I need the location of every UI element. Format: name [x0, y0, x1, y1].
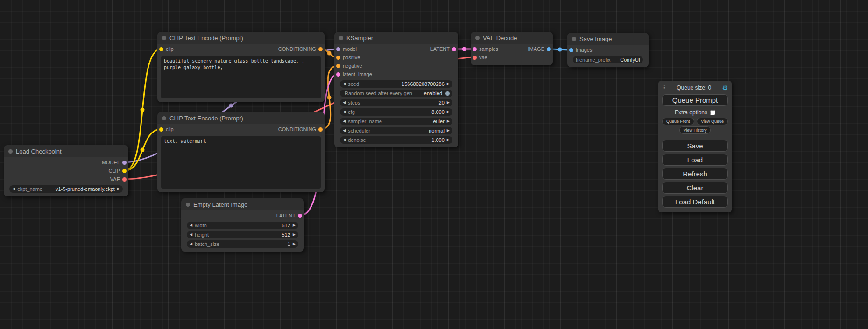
load-default-button[interactable]: Load Default [662, 196, 728, 208]
node-status-dot[interactable] [572, 37, 576, 41]
negative-prompt-textarea[interactable]: text, watermark [161, 136, 321, 189]
node-ksampler[interactable]: KSampler model LATENT positive negative [334, 32, 458, 147]
node-clip-text-encode-positive[interactable]: CLIP Text Encode (Prompt) clip CONDITION… [157, 32, 325, 102]
conditioning-output-slot[interactable] [318, 127, 323, 132]
queue-front-button[interactable]: Queue Front [662, 118, 694, 125]
filename-prefix-widget[interactable]: filename_prefix ComfyUI [573, 56, 643, 63]
negative-input-slot[interactable] [336, 64, 340, 68]
toggle-knob[interactable] [445, 91, 450, 96]
link-midpoint-dot [229, 104, 233, 108]
widget-value: 20 [439, 100, 445, 105]
sampler-name-widget[interactable]: ◀ sampler_name euler ▶ [340, 118, 452, 125]
increment-arrow-icon[interactable]: ▶ [447, 99, 450, 106]
node-title-bar[interactable]: Empty Latent Image [181, 198, 304, 210]
decrement-arrow-icon[interactable]: ◀ [343, 127, 346, 134]
node-title-bar[interactable]: Load Checkpoint [4, 145, 128, 157]
node-vae-decode[interactable]: VAE Decode samples IMAGE vae [471, 32, 553, 65]
view-history-button[interactable]: View History [679, 126, 711, 134]
node-title: Empty Latent Image [193, 201, 247, 208]
latent-image-input-label: latent_image [343, 71, 372, 77]
latent-output-slot[interactable] [298, 214, 302, 218]
widget-label: width [195, 223, 207, 228]
increment-arrow-icon[interactable]: ▶ [447, 127, 450, 134]
node-title-bar[interactable]: CLIP Text Encode (Prompt) [157, 32, 325, 44]
batch-size-widget[interactable]: ◀ batch_size 1 ▶ [187, 240, 298, 248]
model-input-slot[interactable] [336, 47, 340, 51]
clear-button[interactable]: Clear [662, 182, 728, 194]
increment-arrow-icon[interactable]: ▶ [293, 231, 296, 238]
random-seed-toggle-widget[interactable]: Random seed after every gen enabled [340, 90, 452, 97]
clip-input-slot[interactable] [159, 47, 163, 51]
samples-input-slot[interactable] [473, 47, 477, 51]
clip-output-slot[interactable] [122, 169, 127, 173]
image-output-label: IMAGE [528, 46, 544, 52]
height-widget[interactable]: ◀ height 512 ▶ [187, 231, 298, 238]
queue-prompt-button[interactable]: Queue Prompt [662, 94, 728, 106]
increment-arrow-icon[interactable]: ▶ [447, 80, 450, 88]
node-status-dot[interactable] [339, 36, 343, 40]
increment-arrow-icon[interactable]: ▶ [447, 118, 450, 125]
view-queue-button[interactable]: View Queue [697, 118, 728, 125]
increment-arrow-icon[interactable]: ▶ [447, 136, 450, 144]
load-button[interactable]: Load [662, 154, 728, 166]
decrement-arrow-icon[interactable]: ◀ [343, 80, 346, 88]
link-midpoint-dot [462, 47, 466, 51]
node-title-bar[interactable]: KSampler [334, 32, 458, 44]
decrement-arrow-icon[interactable]: ◀ [343, 118, 346, 125]
latent-image-input-slot[interactable] [336, 72, 340, 77]
widget-value: 8.000 [431, 109, 445, 115]
latent-output-slot[interactable] [452, 47, 456, 51]
increment-arrow-icon[interactable]: ▶ [117, 185, 120, 193]
denoise-widget[interactable]: ◀ denoise 1.000 ▶ [340, 136, 452, 144]
increment-arrow-icon[interactable]: ▶ [447, 108, 450, 116]
clip-input-slot[interactable] [159, 127, 163, 132]
decrement-arrow-icon[interactable]: ◀ [12, 185, 15, 193]
menu-drag-handle-icon[interactable]: ⠿ [662, 85, 666, 91]
width-widget[interactable]: ◀ width 512 ▶ [187, 222, 298, 229]
conditioning-output-slot[interactable] [318, 47, 323, 51]
node-status-dot[interactable] [8, 149, 13, 154]
cfg-widget[interactable]: ◀ cfg 8.000 ▶ [340, 108, 452, 116]
save-button[interactable]: Save [662, 140, 728, 152]
increment-arrow-icon[interactable]: ▶ [293, 222, 296, 229]
decrement-arrow-icon[interactable]: ◀ [190, 231, 192, 238]
refresh-button[interactable]: Refresh [662, 168, 728, 180]
node-title-bar[interactable]: VAE Decode [471, 32, 553, 44]
widget-label: sampler_name [348, 119, 382, 124]
vae-input-slot[interactable] [473, 56, 477, 60]
samples-input-label: samples [479, 46, 498, 52]
scheduler-widget[interactable]: ◀ scheduler normal ▶ [340, 127, 452, 134]
decrement-arrow-icon[interactable]: ◀ [343, 99, 346, 106]
model-output-slot[interactable] [122, 161, 127, 165]
positive-prompt-textarea[interactable]: beautiful scenery nature glass bottle la… [161, 56, 321, 98]
node-status-dot[interactable] [475, 36, 480, 40]
decrement-arrow-icon[interactable]: ◀ [190, 222, 192, 229]
decrement-arrow-icon[interactable]: ◀ [343, 108, 346, 116]
link-midpoint-dot [327, 96, 332, 100]
node-save-image[interactable]: Save Image images filename_prefix ComfyU… [567, 33, 649, 67]
model-output-label: MODEL [102, 160, 120, 165]
increment-arrow-icon[interactable]: ▶ [293, 240, 296, 248]
vae-output-slot[interactable] [122, 177, 127, 182]
node-load-checkpoint[interactable]: Load Checkpoint MODEL CLIP VAE ◀ ckpt_na… [4, 145, 128, 196]
node-status-dot[interactable] [162, 116, 166, 120]
node-clip-text-encode-negative[interactable]: CLIP Text Encode (Prompt) clip CONDITION… [157, 112, 325, 192]
extra-options-checkbox[interactable] [710, 110, 715, 115]
image-output-slot[interactable] [547, 47, 551, 51]
positive-input-slot[interactable] [336, 56, 340, 60]
ckpt-name-widget[interactable]: ◀ ckpt_name v1-5-pruned-emaonly.ckpt ▶ [9, 185, 123, 193]
node-title-bar[interactable]: CLIP Text Encode (Prompt) [157, 112, 325, 124]
decrement-arrow-icon[interactable]: ◀ [343, 136, 346, 144]
comfyui-graph-canvas[interactable]: Load Checkpoint MODEL CLIP VAE ◀ ckpt_na… [0, 0, 868, 329]
decrement-arrow-icon[interactable]: ◀ [190, 240, 192, 248]
node-empty-latent-image[interactable]: Empty Latent Image LATENT ◀ width 512 ▶ … [181, 198, 304, 252]
steps-widget[interactable]: ◀ steps 20 ▶ [340, 99, 452, 106]
images-input-slot[interactable] [569, 48, 573, 52]
widget-label: Random seed after every gen [345, 91, 412, 96]
node-title-bar[interactable]: Save Image [567, 33, 649, 45]
node-status-dot[interactable] [186, 203, 190, 207]
seed-widget[interactable]: ◀ seed 156680208700286 ▶ [340, 80, 452, 88]
widget-value: 1 [288, 241, 290, 247]
node-status-dot[interactable] [162, 36, 166, 40]
settings-gear-icon[interactable]: ⚙ [722, 84, 728, 91]
